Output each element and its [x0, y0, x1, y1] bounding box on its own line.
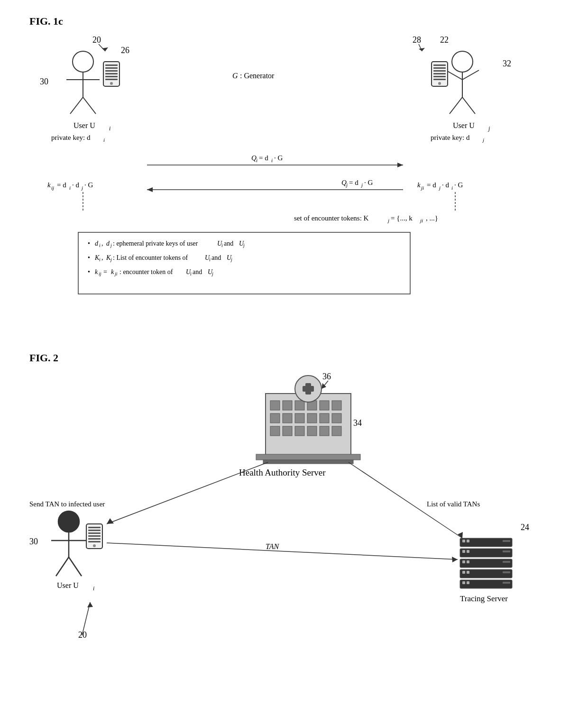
- svg-line-99: [107, 462, 268, 524]
- svg-rect-45: [332, 401, 341, 410]
- encounter-eq: = {..., k: [391, 214, 413, 222]
- kij-dj-sub: j: [81, 185, 83, 191]
- svg-rect-27: [433, 73, 446, 74]
- kij-eq: = d: [57, 181, 66, 189]
- svg-rect-54: [295, 426, 304, 436]
- bullet2-ki-sub: i: [99, 257, 101, 262]
- svg-rect-40: [270, 401, 280, 410]
- svg-rect-61: [256, 454, 360, 460]
- svg-marker-1: [102, 47, 108, 51]
- svg-rect-28: [433, 76, 446, 77]
- qj-dot-g: · G: [364, 179, 373, 186]
- svg-line-67: [56, 557, 69, 576]
- svg-rect-8: [105, 64, 118, 66]
- user-ui-label-fig2: User U: [57, 581, 79, 589]
- ref-20-fig1c: 20: [92, 35, 101, 45]
- svg-rect-81: [467, 540, 469, 542]
- svg-rect-92: [462, 571, 465, 574]
- svg-rect-98: [503, 582, 510, 584]
- bullet2-text1: : List of encounter tokens of: [113, 254, 188, 261]
- kij-di-sub: i: [69, 185, 71, 191]
- bullet1-di-sub: i: [99, 243, 101, 248]
- svg-rect-90: [503, 561, 510, 563]
- encounter-kji-sub: ji: [419, 218, 423, 223]
- kij-g: · G: [84, 181, 93, 189]
- bullet3-kji-sub: ji: [114, 271, 118, 276]
- tan-arrow-label: TAN: [266, 542, 279, 550]
- bullet3-eq: =: [103, 268, 107, 275]
- svg-rect-71: [88, 530, 101, 531]
- qj-dj-sub: j: [360, 182, 363, 188]
- svg-rect-25: [433, 67, 446, 69]
- bullet1-ui-sub: i: [221, 243, 223, 248]
- kij-dot: · d: [72, 181, 80, 189]
- svg-rect-12: [105, 76, 118, 77]
- bullet3-ui-sub: i: [190, 271, 192, 276]
- kji-g: · G: [454, 181, 463, 189]
- encounter-end: , ...}: [426, 214, 438, 222]
- svg-rect-62: [263, 460, 353, 464]
- ref-30-fig1c: 30: [40, 77, 48, 86]
- svg-marker-78: [87, 602, 93, 607]
- svg-line-6: [83, 97, 96, 114]
- ref-34: 34: [353, 418, 362, 428]
- list-valid-tans-label: List of valid TANs: [427, 500, 480, 508]
- svg-marker-16: [419, 48, 425, 51]
- bullet1-dj: d: [106, 240, 110, 247]
- svg-rect-26: [433, 70, 446, 72]
- bullet3-dot: •: [88, 268, 90, 275]
- kji-di-sub: i: [451, 185, 453, 191]
- kij-sub: ij: [51, 185, 54, 191]
- ref-36: 36: [322, 372, 331, 381]
- svg-rect-80: [462, 540, 465, 542]
- kji-formula: k: [417, 181, 421, 189]
- svg-rect-51: [332, 413, 341, 423]
- svg-rect-13: [105, 79, 118, 80]
- fig2-title: FIG. 2: [29, 352, 58, 364]
- svg-point-17: [452, 51, 473, 72]
- svg-rect-89: [467, 560, 469, 563]
- svg-point-2: [73, 51, 93, 72]
- svg-rect-55: [307, 426, 317, 436]
- svg-rect-29: [433, 79, 446, 80]
- svg-line-22: [462, 97, 475, 114]
- bullet1-text1: : ephemeral private keys of user: [113, 240, 198, 247]
- svg-marker-102: [458, 532, 463, 538]
- user-ui-subscript-left: i: [109, 125, 110, 132]
- qi-di-sub: i: [271, 157, 273, 163]
- qi-eq: = d: [259, 154, 268, 162]
- ref-28: 28: [413, 35, 421, 45]
- send-tan-label: Send TAN to infected user: [29, 500, 105, 508]
- svg-rect-46: [270, 413, 280, 423]
- kij-formula: k: [47, 181, 51, 189]
- svg-rect-97: [467, 581, 469, 584]
- bullet3-kij-sub: ij: [99, 271, 101, 276]
- svg-marker-100: [107, 518, 114, 524]
- svg-rect-56: [320, 426, 329, 436]
- svg-point-76: [93, 544, 96, 547]
- svg-marker-104: [452, 557, 458, 562]
- user-uj-label-right: User U: [453, 121, 475, 129]
- svg-rect-24: [433, 64, 446, 66]
- ref-22: 22: [440, 35, 449, 45]
- svg-rect-48: [295, 413, 304, 423]
- private-key-i-label: private key: d: [51, 134, 91, 141]
- private-key-j-subscript: j: [482, 137, 484, 143]
- svg-rect-41: [283, 401, 292, 410]
- svg-line-103: [107, 543, 458, 559]
- svg-rect-57: [332, 426, 341, 436]
- fig1c-title: FIG. 1c: [29, 15, 63, 27]
- svg-point-64: [58, 511, 79, 532]
- svg-rect-82: [503, 540, 510, 542]
- user-uj-subscript-right: j: [487, 125, 490, 132]
- svg-rect-60: [303, 386, 314, 392]
- svg-line-5: [70, 97, 83, 114]
- svg-point-30: [438, 82, 441, 85]
- svg-line-21: [450, 97, 462, 114]
- qi-dot-g: · G: [274, 154, 283, 162]
- encounter-tokens-label: set of encounter tokens: K: [294, 214, 369, 222]
- svg-marker-34: [147, 187, 153, 192]
- svg-line-68: [69, 557, 82, 576]
- svg-rect-50: [320, 413, 329, 423]
- bullet2-comma: ,: [101, 254, 103, 261]
